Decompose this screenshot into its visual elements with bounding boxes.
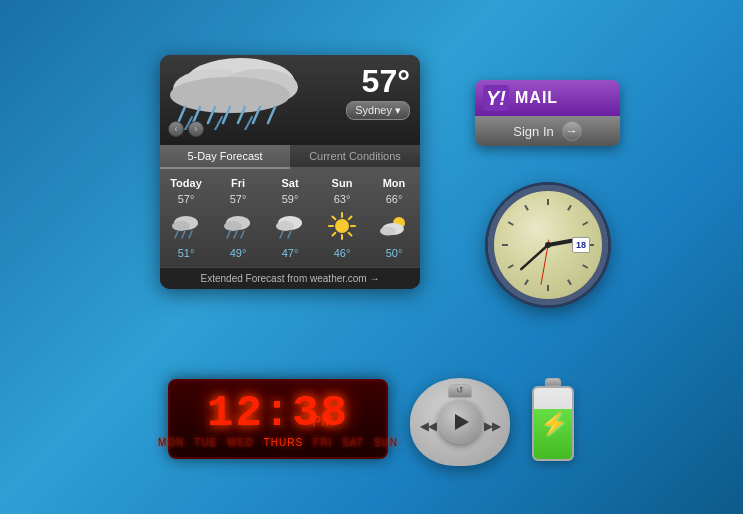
- rain-icon-fri: [223, 213, 253, 239]
- analog-clock-widget: 18: [488, 185, 608, 305]
- media-player-body: ↺ ◀◀ ▶▶: [410, 378, 510, 466]
- battery-plug-icon: ⚡: [540, 411, 567, 437]
- signin-text: Sign In: [513, 124, 553, 139]
- clock-face: 18: [488, 185, 608, 305]
- high-today: 57°: [160, 191, 212, 207]
- svg-line-12: [215, 117, 222, 130]
- svg-line-34: [349, 233, 352, 236]
- tab-5day-forecast[interactable]: 5-Day Forecast: [160, 145, 290, 169]
- svg-point-39: [380, 227, 396, 236]
- partly-cloudy-rain-icon: [275, 213, 305, 239]
- svg-line-17: [182, 231, 185, 238]
- svg-line-16: [175, 231, 178, 238]
- forecast-header: Today Fri Sat Sun Mon: [160, 175, 420, 191]
- yahoo-signin-bar[interactable]: Sign In →: [475, 116, 620, 146]
- weather-tabs: 5-Day Forecast Current Conditions: [160, 145, 420, 169]
- svg-line-33: [333, 217, 336, 220]
- weather-top: 57° Sydney ▾ ‹ ›: [160, 55, 420, 145]
- svg-line-21: [227, 231, 230, 238]
- forecast-lows-row: 51° 49° 47° 46° 50°: [160, 245, 420, 261]
- low-sun: 46°: [316, 245, 368, 261]
- svg-line-44: [583, 265, 588, 268]
- battery-widget: ⚡: [526, 378, 580, 464]
- tab-current-conditions[interactable]: Current Conditions: [290, 145, 420, 169]
- low-sat: 47°: [264, 245, 316, 261]
- svg-line-36: [333, 233, 336, 236]
- svg-point-20: [224, 221, 242, 231]
- weather-nav-prev[interactable]: ‹: [168, 121, 184, 137]
- icon-today: [160, 211, 212, 241]
- media-prev-button[interactable]: ◀◀: [420, 420, 436, 433]
- digital-day-display: MON TUE WED THURS FRI SAT SUN: [158, 437, 398, 448]
- signin-arrow-button[interactable]: →: [562, 121, 582, 141]
- weather-widget: 57° Sydney ▾ ‹ › 5-Day Forecast Current …: [160, 55, 420, 289]
- svg-point-15: [172, 221, 190, 231]
- location-badge[interactable]: Sydney ▾: [346, 101, 410, 120]
- svg-line-23: [241, 231, 244, 238]
- svg-point-55: [545, 242, 551, 248]
- rain-cloud-icon: [160, 55, 315, 130]
- weather-nav: ‹ ›: [168, 121, 204, 137]
- svg-line-48: [508, 265, 513, 268]
- extended-link-text: Extended Forecast from weather.com →: [201, 273, 380, 284]
- svg-line-45: [568, 280, 571, 285]
- location-text: Sydney: [355, 104, 392, 116]
- svg-line-27: [288, 231, 291, 238]
- low-today: 51°: [160, 245, 212, 261]
- svg-line-22: [234, 231, 237, 238]
- digital-clock-widget: 12:38 PM MON TUE WED THURS FRI SAT SUN: [168, 379, 388, 459]
- low-fri: 49°: [212, 245, 264, 261]
- weather-nav-next[interactable]: ›: [188, 121, 204, 137]
- day-sat: SAT: [342, 437, 364, 448]
- svg-line-51: [525, 205, 528, 210]
- svg-line-50: [508, 222, 513, 225]
- yahoo-mail-header: Y! MAIL: [475, 80, 620, 116]
- sun-icon: [327, 211, 357, 241]
- svg-line-52: [548, 241, 572, 245]
- current-temp: 57°: [346, 65, 410, 97]
- high-sun: 63°: [316, 191, 368, 207]
- day-tue: TUE: [194, 437, 217, 448]
- day-fri: Fri: [212, 177, 264, 189]
- icon-fri: [212, 211, 264, 241]
- day-wed: WED: [227, 437, 253, 448]
- media-player-widget: ↺ ◀◀ ▶▶: [410, 378, 510, 466]
- media-rotate-icon: ↺: [456, 385, 464, 395]
- svg-line-47: [525, 280, 528, 285]
- high-mon: 66°: [368, 191, 420, 207]
- icon-mon: [368, 211, 420, 241]
- day-thurs: THURS: [264, 437, 303, 448]
- yahoo-mail-widget: Y! MAIL Sign In →: [475, 80, 620, 146]
- rain-icon: [171, 213, 201, 239]
- svg-point-28: [335, 219, 349, 233]
- svg-line-13: [245, 117, 252, 130]
- digital-ampm: PM: [312, 413, 333, 429]
- media-play-button[interactable]: [438, 400, 482, 444]
- day-mon: MON: [158, 437, 184, 448]
- svg-line-41: [568, 205, 571, 210]
- day-mon: Mon: [368, 177, 420, 189]
- high-sat: 59°: [264, 191, 316, 207]
- day-sun: SUN: [374, 437, 398, 448]
- svg-line-42: [583, 222, 588, 225]
- weather-temp-area: 57° Sydney ▾: [346, 65, 410, 120]
- yahoo-mail-label: MAIL: [515, 89, 558, 107]
- yahoo-logo: Y!: [483, 85, 509, 111]
- svg-point-25: [276, 221, 294, 231]
- clock-date: 18: [572, 237, 590, 253]
- forecast-table: Today Fri Sat Sun Mon 57° 57° 59° 63° 66…: [160, 169, 420, 267]
- extended-forecast-link[interactable]: Extended Forecast from weather.com →: [160, 267, 420, 289]
- day-today: Today: [160, 177, 212, 189]
- media-next-button[interactable]: ▶▶: [484, 420, 500, 433]
- forecast-highs-row: 57° 57° 59° 63° 66°: [160, 191, 420, 207]
- day-fri: FRI: [313, 437, 332, 448]
- high-fri: 57°: [212, 191, 264, 207]
- icon-sat: [264, 211, 316, 241]
- battery-tip: [545, 378, 561, 386]
- play-icon: [455, 414, 469, 430]
- icon-sun: [316, 211, 368, 241]
- day-sun: Sun: [316, 177, 368, 189]
- svg-line-10: [268, 107, 275, 123]
- svg-line-35: [349, 217, 352, 220]
- day-sat: Sat: [264, 177, 316, 189]
